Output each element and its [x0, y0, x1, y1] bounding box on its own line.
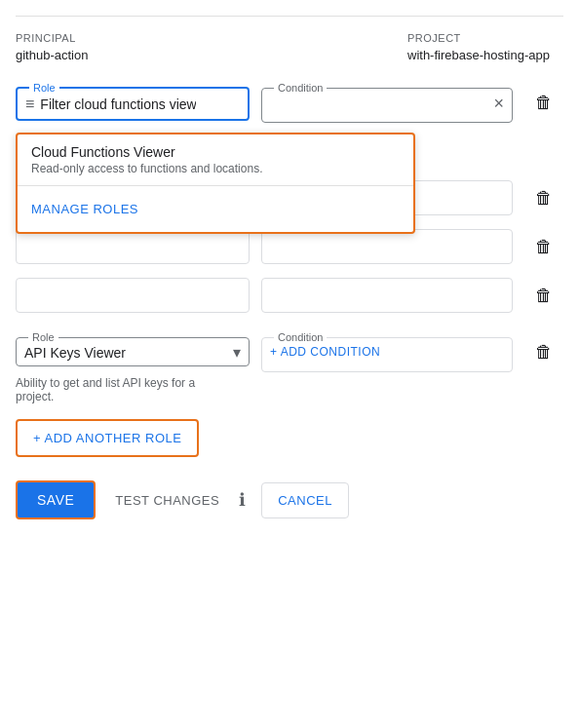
dropdown-item-0[interactable]: Cloud Functions Viewer Read-only access … [18, 134, 413, 185]
manage-roles-row: MANAGE ROLES [18, 185, 413, 232]
delete-col-1: 🗑 [524, 82, 563, 123]
condition-fieldset-1: Condition × [261, 82, 513, 123]
principal-value: github-action [16, 48, 88, 62]
project-col: Project with-firebase-hosting-app [407, 32, 563, 62]
role-description: Ability to get and list API keys for a p… [16, 376, 211, 403]
header-row: Principal github-action Project with-fir… [16, 32, 563, 62]
role-fieldset-1: Role ≡ [16, 82, 250, 121]
role-legend-2: Role [28, 331, 58, 343]
principal-label: Principal [16, 32, 88, 44]
delete-col-blank-3: 🗑 [524, 275, 563, 316]
manage-roles-button[interactable]: MANAGE ROLES [31, 198, 138, 220]
filter-icon: ≡ [25, 96, 34, 113]
delete-icon-2[interactable]: 🗑 [535, 342, 553, 363]
blank-row-3: 🗑 [16, 275, 563, 316]
project-value: with-firebase-hosting-app [407, 48, 563, 62]
role-select-wrapper[interactable]: API Keys Viewer ▾ [24, 343, 241, 362]
blank-cond-3 [261, 278, 513, 313]
info-icon[interactable]: ℹ [239, 489, 246, 511]
top-divider [16, 16, 563, 17]
delete-col-blank-2: 🗑 [524, 226, 563, 267]
role-fieldset-2: Role API Keys Viewer ▾ [16, 331, 250, 366]
add-condition-button[interactable]: + ADD CONDITION [270, 343, 380, 361]
role-section-1: Role ≡ Condition × 🗑 Cloud Functions Vie… [16, 82, 563, 316]
add-another-role-button[interactable]: + ADD ANOTHER ROLE [16, 419, 199, 457]
dropdown-item-desc-0: Read-only access to functions and locati… [31, 162, 400, 175]
delete-icon-blank-1[interactable]: 🗑 [535, 188, 553, 209]
chevron-down-icon: ▾ [233, 343, 241, 362]
dropdown-item-title-0: Cloud Functions Viewer [31, 144, 400, 160]
condition-legend-2: Condition [274, 331, 327, 343]
role-search-wrapper: ≡ [25, 94, 240, 115]
role-search-input[interactable] [40, 96, 196, 112]
condition-fieldset-2: Condition + ADD CONDITION [261, 331, 513, 372]
role-condition-row-1: Role ≡ Condition × 🗑 [16, 82, 563, 123]
save-button[interactable]: SAVE [16, 480, 96, 519]
page-wrapper: Principal github-action Project with-fir… [0, 0, 579, 535]
bottom-bar: SAVE TEST CHANGES ℹ CANCEL [16, 480, 563, 519]
delete-col-2: 🗑 [524, 331, 563, 372]
dropdown-panel: Cloud Functions Viewer Read-only access … [16, 133, 415, 234]
delete-icon-blank-2[interactable]: 🗑 [535, 237, 553, 257]
blank-field-2 [16, 229, 250, 264]
delete-col-blank-1: 🗑 [524, 177, 563, 218]
role-section-2: Role API Keys Viewer ▾ Condition + ADD C… [16, 331, 563, 403]
clear-icon[interactable]: × [493, 94, 504, 114]
role-legend-1: Role [29, 82, 59, 94]
principal-col: Principal github-action [16, 32, 88, 62]
delete-icon-blank-3[interactable]: 🗑 [535, 286, 553, 306]
cancel-button[interactable]: CANCEL [261, 482, 349, 518]
role-select-value: API Keys Viewer [24, 345, 126, 361]
blank-field-3 [16, 278, 250, 313]
delete-icon-1[interactable]: 🗑 [535, 93, 553, 113]
condition-legend-1: Condition [274, 82, 327, 94]
test-changes-button[interactable]: TEST CHANGES [111, 483, 223, 517]
role-condition-row-2: Role API Keys Viewer ▾ Condition + ADD C… [16, 331, 563, 372]
project-label: Project [407, 32, 563, 44]
blank-cond-2 [261, 229, 513, 264]
